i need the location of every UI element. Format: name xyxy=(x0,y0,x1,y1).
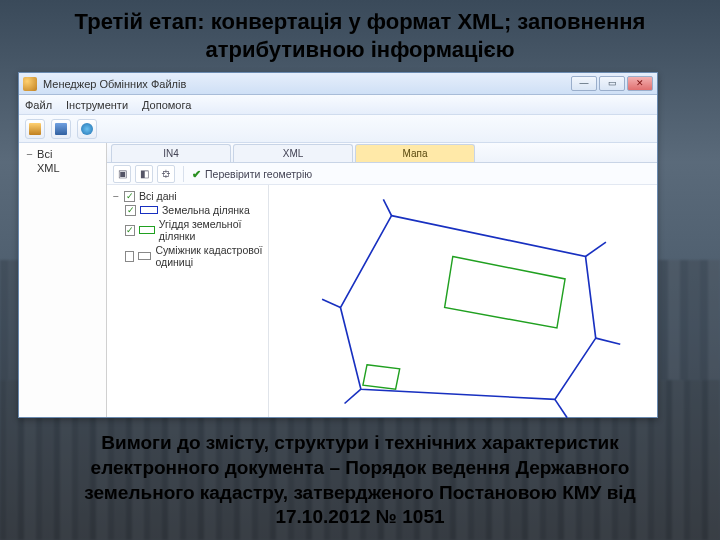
tab-xml[interactable]: XML xyxy=(233,144,353,162)
window-controls: — ▭ ✕ xyxy=(571,76,653,91)
layers-header-row[interactable]: − ✓ Всі дані xyxy=(111,189,264,203)
window-title: Менеджер Обмінних Файлів xyxy=(43,78,571,90)
parcel-polygon xyxy=(340,216,595,400)
app-window: Менеджер Обмінних Файлів — ▭ ✕ Файл Інст… xyxy=(18,72,658,418)
neighbor-line xyxy=(383,199,391,215)
tree-root-label: Всі xyxy=(37,148,52,160)
menu-file[interactable]: Файл xyxy=(25,99,52,111)
layer-swatch-0 xyxy=(140,206,158,214)
titlebar: Менеджер Обмінних Файлів — ▭ ✕ xyxy=(19,73,657,95)
neighbor-line xyxy=(555,399,567,417)
zoom-extent-icon[interactable]: ▣ xyxy=(113,165,131,183)
layer-label-2: Суміжник кадастрової одиниці xyxy=(155,244,264,268)
tab-map[interactable]: Мапа xyxy=(355,144,475,162)
main-panel: IN4 XML Мапа ▣ ◧ ⯐ ✔ Перевірити геометрі… xyxy=(107,143,657,417)
zoom-window-icon[interactable]: ◧ xyxy=(135,165,153,183)
toolbar-separator xyxy=(183,166,184,182)
neighbor-line xyxy=(596,338,621,344)
map-canvas[interactable] xyxy=(269,185,657,417)
menu-help[interactable]: Допомога xyxy=(142,99,191,111)
layer-row-1[interactable]: ✓ Угіддя земельної ділянки xyxy=(111,217,264,243)
menubar: Файл Інструменти Допомога xyxy=(19,95,657,115)
layer-checkbox-2[interactable] xyxy=(125,251,134,262)
layers-header-checkbox[interactable]: ✓ xyxy=(124,191,135,202)
layers-header-label: Всі дані xyxy=(139,190,177,202)
app-body: − Всі XML IN4 XML Мапа ▣ ◧ ⯐ ✔ Перевірит… xyxy=(19,143,657,417)
tab-in4[interactable]: IN4 xyxy=(111,144,231,162)
landuse-polygon-2 xyxy=(363,365,400,390)
app-icon xyxy=(23,77,37,91)
open-icon[interactable] xyxy=(25,119,45,139)
layer-swatch-2 xyxy=(138,252,152,260)
toolbar xyxy=(19,115,657,143)
help-icon[interactable] xyxy=(77,119,97,139)
save-icon[interactable] xyxy=(51,119,71,139)
close-button[interactable]: ✕ xyxy=(627,76,653,91)
layer-checkbox-0[interactable]: ✓ xyxy=(125,205,136,216)
neighbor-line xyxy=(322,299,340,307)
map-toolbar: ▣ ◧ ⯐ ✔ Перевірити геометрію xyxy=(107,163,657,185)
layer-row-0[interactable]: ✓ Земельна ділянка xyxy=(111,203,264,217)
layer-row-2[interactable]: Суміжник кадастрової одиниці xyxy=(111,243,264,269)
maximize-button[interactable]: ▭ xyxy=(599,76,625,91)
tree-toggle-icon[interactable]: − xyxy=(25,148,34,160)
layer-checkbox-1[interactable]: ✓ xyxy=(125,225,135,236)
menu-tools[interactable]: Інструменти xyxy=(66,99,128,111)
layer-swatch-1 xyxy=(139,226,155,234)
layer-label-0: Земельна ділянка xyxy=(162,204,250,216)
tree-item-xml-label: XML xyxy=(37,162,60,174)
layer-label-1: Угіддя земельної ділянки xyxy=(159,218,264,242)
landuse-polygon-1 xyxy=(445,256,565,327)
file-tree: − Всі XML xyxy=(19,143,107,417)
check-geometry-button[interactable]: Перевірити геометрію xyxy=(205,168,312,180)
slide-caption: Вимоги до змісту, структури і технічних … xyxy=(0,431,720,530)
layers-panel: − ✓ Всі дані ✓ Земельна ділянка ✓ Угіддя… xyxy=(107,185,269,417)
tabs-row: IN4 XML Мапа xyxy=(107,143,657,163)
minimize-button[interactable]: — xyxy=(571,76,597,91)
map-svg xyxy=(269,185,657,430)
neighbor-line xyxy=(345,389,361,403)
neighbor-line xyxy=(586,242,606,256)
tree-item-xml[interactable]: XML xyxy=(23,161,102,175)
workspace: − ✓ Всі дані ✓ Земельна ділянка ✓ Угіддя… xyxy=(107,185,657,417)
tree-root[interactable]: − Всі xyxy=(23,147,102,161)
slide-title: Третій етап: конвертація у формат XML; з… xyxy=(0,8,720,63)
check-icon: ✔ xyxy=(192,168,201,180)
collapse-icon[interactable]: − xyxy=(111,190,120,202)
pan-icon[interactable]: ⯐ xyxy=(157,165,175,183)
